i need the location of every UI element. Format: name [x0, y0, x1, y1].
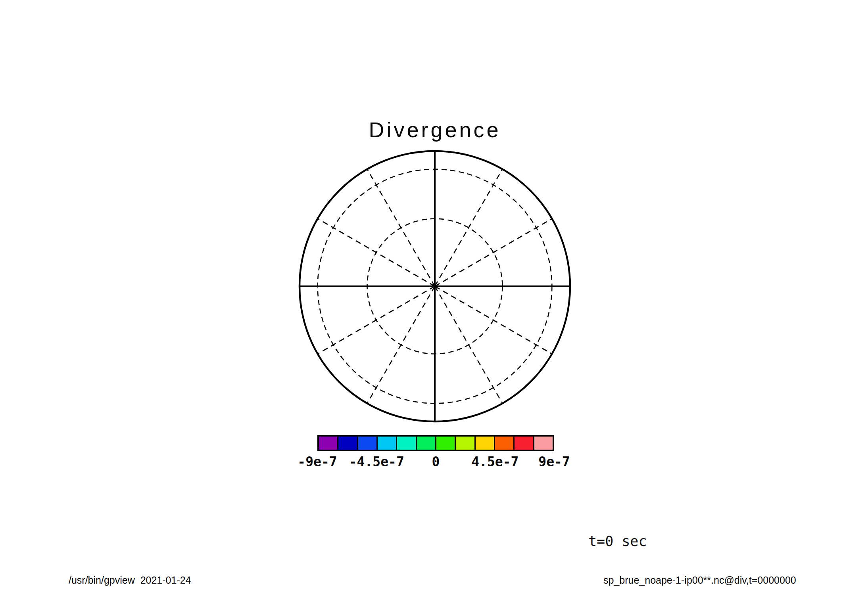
- footer-dataset-label: sp_brue_noape-1-ip00**.nc@div,t=0000000: [603, 575, 796, 586]
- colorbar-cell-10: [513, 437, 533, 450]
- meridian-dashed-30: [435, 169, 503, 286]
- colorbar-cell-4: [396, 437, 415, 450]
- colorbar-tick-label-1: -4.5e-7: [349, 455, 404, 469]
- colorbar-cell-11: [533, 437, 553, 450]
- colorbar-cell-5: [416, 437, 435, 450]
- colorbar-cell-1: [337, 437, 357, 450]
- footer-command-date: /usr/bin/gpview 2021-01-24: [69, 575, 191, 586]
- meridian-dashed-300: [318, 219, 435, 287]
- polar-plot: [296, 147, 574, 425]
- colorbar-tick-label-0: -9e-7: [298, 455, 337, 469]
- meridian-dashed-120: [435, 286, 552, 354]
- colorbar-cell-2: [357, 437, 376, 450]
- meridian-dashed-60: [435, 219, 552, 287]
- colorbar-cell-3: [376, 437, 396, 450]
- colorbar-tick-labels: -9e-7-4.5e-704.5e-79e-7: [317, 455, 554, 471]
- colorbar-cell-9: [494, 437, 513, 450]
- plot-title: Divergence: [0, 119, 868, 140]
- gpview-plot-page: Divergence -9e-7-4.5e-704.5e-79e-7 t=0 s…: [0, 0, 868, 613]
- time-label: t=0 sec: [588, 534, 647, 549]
- colorbar-cell-8: [474, 437, 494, 450]
- colorbar-cell-0: [319, 437, 337, 450]
- meridian-dashed-240: [318, 286, 435, 354]
- colorbar-tick-label-3: 4.5e-7: [471, 455, 518, 469]
- meridian-dashed-330: [367, 169, 435, 286]
- colorbar-tick-label-4: 9e-7: [538, 455, 570, 469]
- meridian-dashed-210: [367, 286, 435, 403]
- meridian-dashed-150: [435, 286, 503, 403]
- colorbar: [317, 435, 554, 451]
- colorbar-cell-7: [455, 437, 474, 450]
- colorbar-cell-6: [435, 437, 455, 450]
- colorbar-tick-label-2: 0: [432, 455, 440, 469]
